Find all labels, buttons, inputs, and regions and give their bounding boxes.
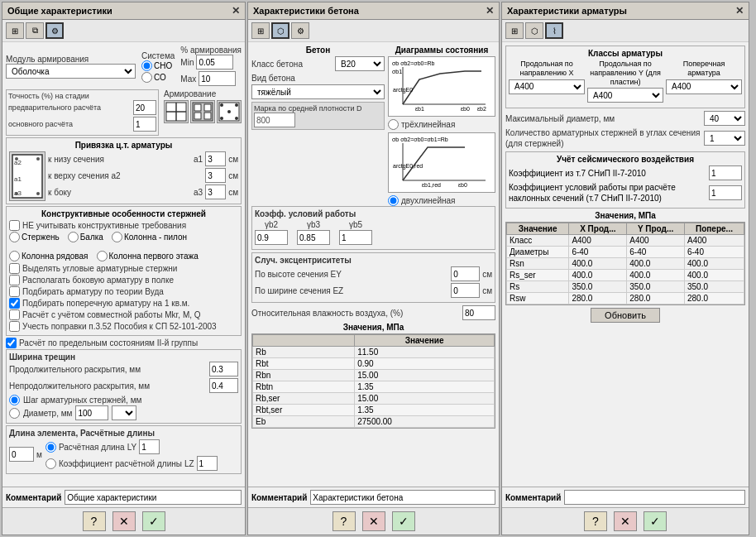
- osn-label: основного расчёта: [8, 120, 131, 128]
- co-radio[interactable]: [141, 72, 152, 83]
- rebar3-icon[interactable]: ⌇: [545, 22, 563, 39]
- poperech-select[interactable]: A400: [666, 79, 742, 94]
- sterzh-radio[interactable]: [9, 232, 20, 242]
- panel3-cancel-btn[interactable]: ✕: [614, 511, 637, 531]
- arm-icon-1[interactable]: [164, 100, 189, 123]
- ly-radio[interactable]: [45, 442, 56, 453]
- klass-select[interactable]: B20 B15B25: [335, 56, 385, 71]
- shag-radio[interactable]: [9, 395, 20, 405]
- prodolzh-label: Продолжительного раскрытия, мм: [9, 365, 207, 374]
- predelnye-checkbox[interactable]: [6, 338, 17, 348]
- comment2-input[interactable]: [310, 490, 495, 505]
- modul-select[interactable]: Оболочка: [6, 64, 136, 79]
- koeff-box: Коэфф. условий работы γb2 γb3 γb5: [251, 206, 495, 250]
- cho-radio-label[interactable]: СНО: [141, 60, 172, 71]
- balka-radio[interactable]: [68, 232, 79, 242]
- panel2-ok-btn[interactable]: ✓: [392, 511, 415, 531]
- pred-input[interactable]: [133, 100, 156, 115]
- popravki-checkbox[interactable]: [9, 321, 20, 332]
- panel3-help-btn[interactable]: ?: [584, 511, 607, 531]
- kol-pervogo-radio[interactable]: [97, 251, 108, 261]
- prodolzh-x-select[interactable]: A400A240A500: [509, 79, 585, 94]
- settings-icon[interactable]: ⚙: [45, 22, 64, 39]
- panel2-help-btn[interactable]: ?: [333, 511, 356, 531]
- a3-input[interactable]: [205, 185, 226, 199]
- shag-value-input[interactable]: [75, 405, 108, 420]
- comment3-input[interactable]: [564, 490, 745, 505]
- values2-table-scroll[interactable]: Значение Rb11.50Rbt0.90Rbn15.00Rbtn1.35R…: [251, 333, 495, 429]
- ly-input[interactable]: [139, 439, 160, 454]
- diagrams-col: Диаграммы состояния σb σb2=σb0=Rb σb1 εb…: [388, 46, 495, 206]
- kol-pilon-radio-label[interactable]: Колонна - пилон: [112, 232, 187, 242]
- panel1-cancel-btn[interactable]: ✕: [112, 511, 136, 531]
- kol-ryadov-radio-label[interactable]: Колонна рядовая: [9, 251, 89, 261]
- bokovaya-checkbox[interactable]: [9, 275, 20, 285]
- osn-input[interactable]: [133, 117, 156, 132]
- panel1-help-btn[interactable]: ?: [83, 511, 106, 531]
- a2-input[interactable]: [205, 168, 226, 183]
- koeff-usl-seism-input[interactable]: [709, 185, 742, 200]
- uglovye-checkbox[interactable]: [9, 263, 20, 274]
- shell2-icon[interactable]: ⬡: [271, 22, 289, 39]
- panel3-ok-btn[interactable]: ✓: [644, 511, 667, 531]
- b2-input[interactable]: [255, 230, 288, 245]
- sovmestn-checkbox[interactable]: [9, 309, 20, 320]
- k-nizu-row: к низу сечения a1 см: [48, 151, 238, 166]
- ne-uch-checkbox[interactable]: [9, 220, 20, 231]
- treschin-title: Ширина трещин: [9, 352, 238, 362]
- panel2-close-btn[interactable]: ✕: [486, 5, 494, 17]
- neprodolzh-input[interactable]: [209, 378, 238, 393]
- settings2-icon[interactable]: ⚙: [291, 22, 309, 39]
- update-btn[interactable]: Обновить: [591, 308, 660, 323]
- vlazhnost-input[interactable]: [462, 305, 495, 320]
- ey-input[interactable]: [451, 266, 480, 281]
- sterzh-radio-label[interactable]: Стержень: [9, 232, 60, 242]
- poperech-row: Подбирать поперечную арматуру на 1 кв.м.: [9, 298, 238, 309]
- kol-ryadov-radio[interactable]: [9, 251, 20, 261]
- cho-text: СНО: [154, 61, 172, 70]
- arm-icon-3[interactable]: [217, 100, 242, 123]
- vid-select[interactable]: тяжёлыйлёгкий: [251, 84, 385, 99]
- values3-table-scroll[interactable]: Значение X Прод... Y Прод... Попере... К…: [505, 222, 745, 305]
- panel1-close-btn[interactable]: ✕: [232, 5, 240, 17]
- panel3-close-btn[interactable]: ✕: [735, 5, 744, 17]
- poperech-checkbox[interactable]: [9, 298, 20, 309]
- panel2-cancel-btn[interactable]: ✕: [362, 511, 385, 531]
- kol-pervogo-radio-label[interactable]: Колонна первого этажа: [97, 251, 199, 261]
- balka-radio-label[interactable]: Балка: [68, 232, 103, 242]
- co-radio-label[interactable]: СО: [141, 72, 172, 83]
- lz-radio[interactable]: [45, 458, 56, 469]
- dvukhlin-radio[interactable]: [388, 195, 399, 206]
- col3-x: X Прод...: [569, 223, 627, 235]
- prodolzh-input[interactable]: [209, 362, 238, 376]
- shag-select[interactable]: [112, 405, 136, 420]
- b3-input[interactable]: [297, 230, 330, 245]
- prodolzh-y-select[interactable]: A400: [587, 88, 663, 103]
- ez-input[interactable]: [451, 283, 480, 298]
- koeff-snip-input[interactable]: [709, 165, 742, 180]
- po-teorii-checkbox[interactable]: [9, 286, 20, 297]
- copy-icon[interactable]: ⧉: [26, 22, 44, 39]
- kol-sterzhney-select[interactable]: 1234: [704, 131, 745, 146]
- trekhlin-radio[interactable]: [388, 119, 399, 130]
- shell3-icon[interactable]: ⬡: [525, 22, 543, 39]
- grid3-icon[interactable]: ⊞: [505, 22, 524, 39]
- dlina-input[interactable]: [9, 447, 34, 462]
- grid2-icon[interactable]: ⊞: [251, 22, 270, 39]
- b5-input[interactable]: [339, 230, 372, 245]
- kol-pilon-radio[interactable]: [112, 232, 122, 242]
- cho-radio[interactable]: [141, 60, 152, 71]
- diametr-label: Диаметр, мм: [23, 409, 72, 418]
- diametr-radio[interactable]: [9, 408, 20, 419]
- proc-min-input[interactable]: [196, 55, 233, 70]
- svg-text:εb2: εb2: [477, 106, 486, 112]
- arm-icon-2[interactable]: [190, 100, 215, 123]
- max-diam-select[interactable]: 403225: [704, 111, 745, 126]
- vlazhnost-label: Относительная влажность воздуха, (%): [251, 309, 460, 318]
- comment1-input[interactable]: [65, 490, 242, 505]
- lz-input[interactable]: [197, 456, 218, 471]
- proc-max-input[interactable]: [199, 71, 236, 86]
- grid-icon[interactable]: ⊞: [6, 22, 24, 39]
- a1-input[interactable]: [205, 151, 226, 166]
- panel1-ok-btn[interactable]: ✓: [142, 511, 165, 531]
